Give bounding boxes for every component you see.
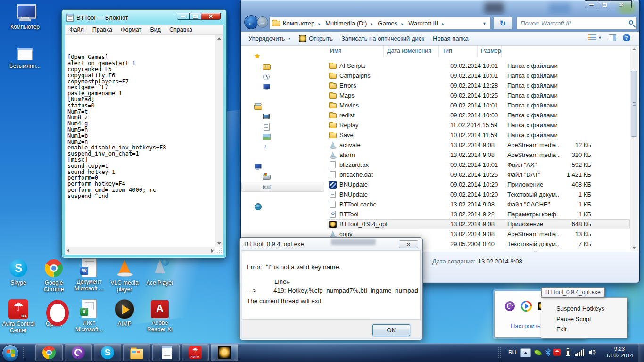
file-row[interactable]: alarm 13.02.2014 9:08 AceStream media ..…: [327, 150, 630, 160]
breadcrumb-segment[interactable]: Multimedia (D:): [324, 18, 377, 28]
desktop-icon[interactable]: Документ Microsoft ...: [72, 258, 107, 292]
resize-grip[interactable]: [216, 247, 222, 254]
explorer-titlebar[interactable]: [241, 0, 639, 15]
media-player-tray-icon[interactable]: [521, 301, 532, 312]
desktop-icon[interactable]: Skype: [1, 258, 36, 286]
file-row[interactable]: redist 09.02.2014 10:00 Папка с файлами: [327, 110, 630, 120]
desktop-icon[interactable]: Adobe Reader XI: [142, 299, 177, 333]
sidebar-item[interactable]: [241, 132, 326, 142]
notepad-text-area[interactable]: [Open Games]alert_on_gamestart=1copyrank…: [66, 35, 215, 247]
taskbar-button[interactable]: [35, 344, 63, 361]
taskbar-button[interactable]: [65, 344, 92, 361]
menu-item[interactable]: Справка: [165, 26, 197, 33]
file-row[interactable]: Maps 09.02.2014 10:25 Папка с файлами: [327, 90, 630, 100]
sidebar-item[interactable]: [241, 122, 326, 132]
volume-icon[interactable]: [588, 349, 596, 358]
taskbar-button[interactable]: [94, 344, 121, 361]
sidebar-item[interactable]: [241, 82, 326, 92]
scroll-up-icon[interactable]: [632, 48, 636, 50]
scroll-up-icon[interactable]: [217, 37, 221, 40]
file-row[interactable]: bncache.dat 09.02.2014 10:25 Файл "DAT" …: [327, 170, 630, 180]
desktop-icon[interactable]: Ace Player: [142, 258, 177, 286]
back-button[interactable]: ←: [244, 15, 258, 29]
toolbar-button[interactable]: Открыть: [295, 33, 337, 44]
sidebar-item[interactable]: [241, 101, 326, 112]
menu-item[interactable]: Файл: [65, 26, 88, 33]
horizontal-scrollbar[interactable]: [66, 247, 215, 254]
file-row[interactable]: BNUpdate 09.02.2014 10:20 Текстовый доку…: [327, 189, 630, 199]
desktop-icon[interactable]: Avira Control Center: [1, 299, 36, 334]
search-icon[interactable]: [629, 20, 633, 25]
views-button[interactable]: ▼: [588, 34, 602, 41]
scroll-down-icon[interactable]: [217, 242, 221, 245]
scroll-down-icon[interactable]: [632, 247, 636, 249]
taskbar-clock[interactable]: 9:23 13.02.2014: [602, 346, 637, 359]
menu-item[interactable]: Вид: [146, 26, 165, 33]
bluetooth-icon[interactable]: [545, 348, 551, 358]
file-row[interactable]: BTTool_0.9.4_opt 13.02.2014 9:08 Приложе…: [327, 219, 630, 229]
sidebar-item[interactable]: [241, 142, 326, 152]
scroll-left-icon[interactable]: [67, 249, 69, 253]
notepad-titlebar[interactable]: BTTool — Блокнот: [66, 14, 128, 22]
refresh-button[interactable]: ↻: [494, 17, 512, 30]
minimize-button[interactable]: [585, 0, 598, 8]
breadcrumb[interactable]: КомпьютерMultimedia (D:)GamesWarcraft II…: [269, 17, 491, 30]
column-header[interactable]: Размер: [478, 46, 502, 57]
desktop-icon[interactable]: Google Chrome: [36, 258, 71, 293]
file-row[interactable]: AI Scripts 09.02.2014 10:01 Папка с файл…: [327, 61, 630, 71]
maximize-button[interactable]: [598, 0, 611, 8]
desktop-icon[interactable]: AIMP: [107, 299, 142, 327]
context-menu-item[interactable]: Exit: [542, 324, 626, 335]
desktop-icon[interactable]: VLC media player: [107, 258, 142, 293]
breadcrumb-segment[interactable]: Warcraft III: [407, 18, 448, 28]
context-menu-item[interactable]: Suspend Hotkeys: [542, 304, 626, 314]
maximize-button[interactable]: [189, 13, 201, 20]
taskbar-button[interactable]: [123, 344, 150, 361]
breadcrumb-segment[interactable]: Компьютер: [282, 18, 324, 28]
file-row[interactable]: BTTool.cache 13.02.2014 9:08 Файл "CACHE…: [327, 199, 630, 209]
toolbar-button[interactable]: Новая папка: [429, 33, 473, 44]
taskbar-button[interactable]: [211, 344, 238, 361]
show-desktop-button[interactable]: [638, 343, 644, 362]
file-list-scrollbar[interactable]: [630, 46, 638, 251]
scrollbar-thumb[interactable]: [631, 71, 637, 137]
file-row[interactable]: blizzard.ax 09.02.2014 10:01 Файл "AX" 5…: [327, 160, 630, 170]
bittorrent-tray-icon[interactable]: [505, 301, 515, 311]
file-row[interactable]: BTTool 13.02.2014 9:22 Параметры конф...…: [327, 209, 630, 219]
taskbar-button[interactable]: [182, 344, 209, 361]
scroll-right-icon[interactable]: [211, 249, 214, 253]
sidebar-item[interactable]: [241, 112, 326, 122]
close-button[interactable]: ✕: [611, 0, 632, 8]
file-row[interactable]: Save 10.02.2014 11:59 Папка с файлами: [327, 130, 630, 140]
sidebar-item[interactable]: [241, 182, 324, 192]
sidebar-item[interactable]: [241, 201, 326, 212]
language-indicator[interactable]: RU: [508, 349, 516, 356]
column-header[interactable]: Тип: [439, 46, 478, 57]
vertical-scrollbar[interactable]: [215, 35, 223, 247]
file-row[interactable]: Errors 09.02.2014 12:28 Папка с файлами: [327, 81, 630, 90]
toolbar-button[interactable]: Записать на оптический диск: [337, 33, 429, 44]
help-button[interactable]: ?: [623, 34, 630, 41]
minimize-button[interactable]: [177, 13, 189, 20]
close-button[interactable]: ✕: [201, 13, 221, 20]
file-row[interactable]: Campaigns 09.02.2014 10:01 Папка с файла…: [327, 71, 630, 81]
forward-button[interactable]: →: [257, 16, 268, 28]
menu-item[interactable]: Формат: [116, 26, 146, 33]
network-signal-icon[interactable]: [575, 349, 584, 356]
preview-pane-button[interactable]: [609, 34, 616, 41]
file-row[interactable]: Movies 09.02.2014 10:01 Папка с файлами: [327, 100, 630, 110]
file-row[interactable]: BNUpdate 09.02.2014 10:20 Приложение 408…: [327, 180, 630, 189]
desktop-icon[interactable]: Opera: [36, 299, 71, 327]
sidebar-item[interactable]: [241, 172, 326, 182]
show-hidden-icons-button[interactable]: [520, 348, 531, 357]
breadcrumb-segment[interactable]: Games: [377, 18, 407, 28]
context-menu-item[interactable]: Pause Script: [542, 314, 626, 324]
ok-button[interactable]: OK: [372, 324, 410, 336]
file-row[interactable]: Replay 11.02.2014 15:59 Папка с файлами: [327, 120, 630, 130]
avira-tray-icon[interactable]: ☂: [553, 349, 561, 356]
battery-icon[interactable]: [566, 349, 570, 356]
desktop-icon[interactable]: Безымянн...: [4, 47, 46, 69]
search-input[interactable]: [517, 17, 636, 29]
taskbar-button[interactable]: [152, 344, 180, 361]
breadcrumb-dropdown-icon[interactable]: ▼: [482, 21, 490, 26]
